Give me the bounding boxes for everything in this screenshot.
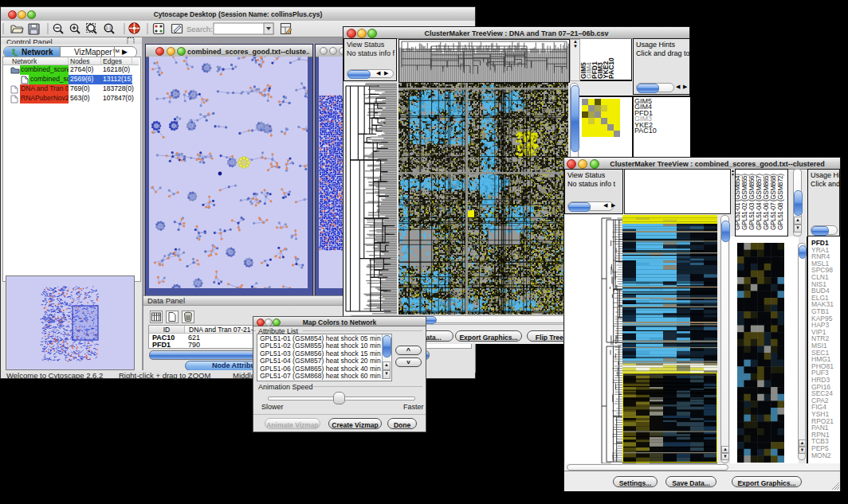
svg-text:Search:: Search: [186,25,213,33]
svg-text:1:1: 1:1 [106,25,112,30]
